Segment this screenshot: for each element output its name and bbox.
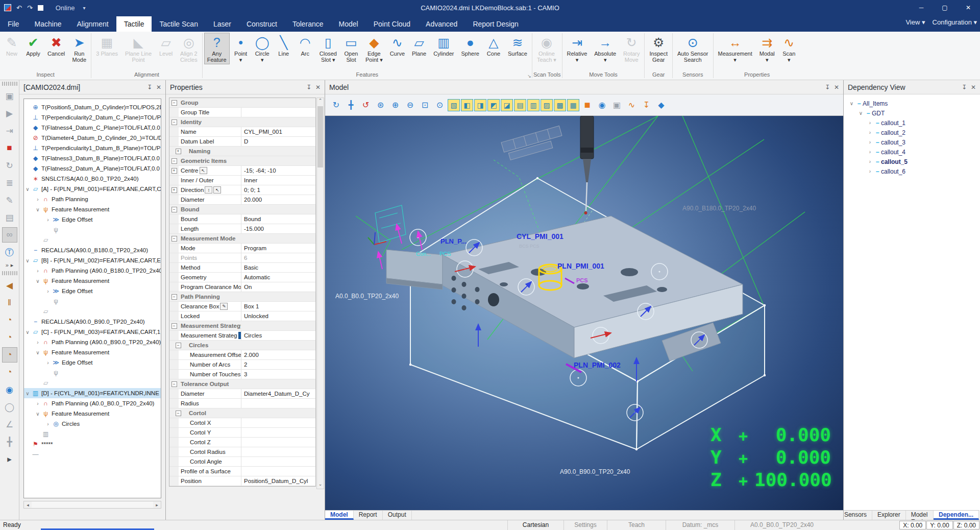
property-value[interactable]: 0; 0; 1 [241,185,315,195]
undo-icon[interactable]: ↶ [16,4,22,12]
property-row[interactable]: − Cortol [169,408,315,418]
auto-sensor-search-button[interactable]: ⊙Auto Sensor Search [674,33,712,64]
property-tool-icon[interactable]: ↖ [200,167,207,174]
property-value[interactable] [241,399,315,408]
view-bottom-icon[interactable]: ▥ [527,99,540,111]
property-value[interactable] [241,234,315,243]
scroll-left-icon[interactable]: ◂ [24,502,32,508]
property-row[interactable]: Group Title [169,108,315,117]
view-front-icon[interactable]: ◧ [461,99,473,111]
tree-item[interactable]: ⊥ T(Perpendicularity2_Datum_C_Plane)=TOL… [24,112,161,123]
stop-square-icon[interactable] [38,5,43,11]
zoom-extents-icon[interactable]: ⊛ [374,98,387,112]
menu-right-item[interactable]: View ▾ [905,18,925,26]
tree-item[interactable]: › ≫ Edge Offset [24,214,161,225]
expand-box-icon[interactable]: − [172,119,177,125]
open-slot-button[interactable]: ▭Open Slot [341,33,361,64]
save-button[interactable]: ▣ [2,88,17,104]
view-iso4-icon[interactable]: ▦ [567,99,579,111]
any-feature-button[interactable]: ?Any Feature [204,33,230,64]
view-left-icon[interactable]: ◩ [487,99,500,111]
property-value[interactable]: Circles [241,331,315,340]
rotate-view-icon[interactable]: ↻ [329,98,343,112]
tree-item[interactable]: › ∩ Path Planning (A90.0_B180.0_TP20_2x4… [24,266,161,276]
expand-chevron-icon[interactable]: ∨ [848,101,855,106]
gauge-2-button[interactable]: ◔ [2,330,17,345]
surface-button[interactable]: ≋Surface [505,33,530,58]
find-text-button[interactable]: Ⓣ [2,245,17,260]
expand-chevron-icon[interactable]: › [34,197,41,202]
side-tab[interactable]: Model Expl... [906,511,934,520]
status-item[interactable]: Teach [607,520,666,530]
redo-icon[interactable]: ↷ [27,4,33,12]
run-to-end-button[interactable]: ⇥ [2,123,17,138]
feature-label-pln-pmi-002[interactable]: PLN_PMI_002 [574,361,621,369]
property-row[interactable]: Program Clearance Mod On [169,282,315,292]
tree-item[interactable]: ◆ T(Flatness3_Datum_B_Plane)=TOL/FLAT,0.… [24,153,161,163]
property-row[interactable]: + Centre ↖ -15; -64; -10 [169,166,315,176]
expand-box-icon[interactable]: − [172,158,177,164]
property-value[interactable]: 3 [241,370,315,379]
view-iso3-icon[interactable]: ▩ [554,99,566,111]
property-row[interactable]: Datum Label D [169,137,315,147]
menu-tab[interactable]: File [0,16,27,32]
property-value[interactable] [241,418,315,427]
measurement-button[interactable]: ↔Measurement ▾ [715,33,755,64]
tree-item[interactable]: ⚑ ***** [24,439,161,449]
status-item[interactable]: A0.0_B0.0_TP20_2x40 [734,520,829,530]
zoom-previous-icon[interactable]: ⊙ [433,98,447,112]
point-button[interactable]: •Point ▾ [231,33,251,64]
expand-chevron-icon[interactable]: ∨ [34,278,41,284]
property-value[interactable]: CYL_PMI_001 [241,127,315,136]
tree-item[interactable]: › ≫ Edge Offset [24,286,161,296]
expand-box-icon[interactable]: − [172,294,177,300]
tree-item[interactable]: − RECALL/SA(A90.0_B180.0_TP20_2x40) [24,245,161,255]
expand-box-icon[interactable]: − [172,381,177,387]
tree-item[interactable]: ψ [24,225,161,235]
property-row[interactable]: Name CYL_PMI_001 [169,127,315,137]
property-value[interactable] [241,379,315,389]
view-orange-icon[interactable]: ■ [580,98,594,112]
property-row[interactable]: Geometry Automatic [169,273,315,282]
property-value[interactable] [241,321,315,330]
pin-icon[interactable]: ↧ [962,84,967,91]
property-value[interactable]: Diameter4_Datum_D_Cy [241,389,315,398]
expand-box-icon[interactable]: − [176,411,181,416]
property-row[interactable]: − Measurement Mode [169,234,315,244]
run-mode-button[interactable]: ➤Run Mode [69,33,89,64]
property-value[interactable] [241,98,315,107]
tree-item[interactable]: ⊘ T(Diameter4_Datum_D_Cylinder_20_)=TOL/… [24,133,161,143]
modal-button[interactable]: ⇉Modal ▾ [756,33,778,64]
expand-box-icon[interactable]: + [176,149,181,154]
probe-back-button[interactable]: ◀ [2,278,17,293]
property-row[interactable]: Measurement Offset 2.000 [169,350,315,360]
scroll-up-icon[interactable]: ⌃ [317,98,324,105]
curve-button[interactable]: ∿Curve [387,33,408,58]
property-value[interactable]: -15.000 [241,224,315,233]
expand-chevron-icon[interactable]: ∨ [34,350,41,355]
tree-item[interactable]: ψ [24,368,161,378]
tree-item[interactable]: ∨ ▱ [A] - F(PLN_PMI_001)=FEAT/PLANE,CART… [24,184,161,194]
property-row[interactable]: Points 6 [169,253,315,263]
property-row[interactable]: Clearance Box ✎ Box 1 [169,302,315,311]
tree-item[interactable]: ◆ T(Flatness4_Datum_C_Plane)=TOL/FLAT,0.… [24,123,161,133]
cone-button[interactable]: △Cone [483,33,504,58]
probe-pause-button[interactable]: ‖ [2,295,17,310]
new-button[interactable]: ✎New [2,33,22,58]
status-item[interactable]: Datum: _mcs [666,520,734,530]
close-icon[interactable]: ✕ [156,84,161,91]
view-right-icon[interactable]: ◪ [501,99,513,111]
tree-item[interactable]: ▥ [24,429,161,439]
relative-move-button[interactable]: ⇥Relative ▾ [564,33,591,64]
tree-item[interactable]: ∨ ψ Feature Measurement [24,347,161,357]
scroll-down-icon[interactable]: ⌄ [317,481,324,489]
expand-chevron-icon[interactable]: › [34,401,41,406]
tree-item[interactable]: ◆ T(Flatness2_Datum_A_Plane)=TOL/FLAT,0.… [24,163,161,174]
expand-chevron-icon[interactable]: › [866,149,874,155]
tree-item[interactable]: ∨ ▱ [C] - F(PLN_PMI_003)=FEAT/PLANE,CART… [24,327,161,337]
dependency-item[interactable]: ∨ − GDT [844,108,980,118]
property-row[interactable]: + Naming [169,147,315,156]
arc-button[interactable]: ◠Arc [295,33,315,58]
circle-tool-button[interactable]: ◯ [2,399,17,415]
tree-item[interactable]: › ∩ Path Planning [24,194,161,204]
